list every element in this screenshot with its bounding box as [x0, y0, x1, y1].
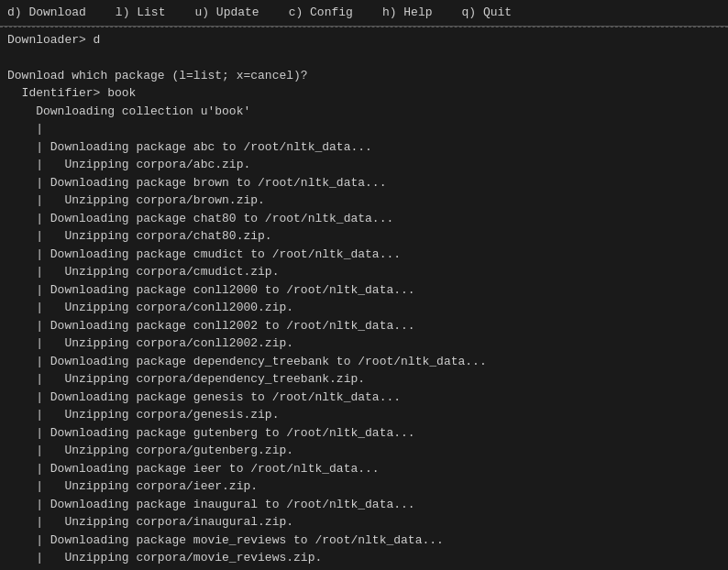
terminal-line: | Downloading package conll2002 to /root…: [7, 317, 721, 335]
terminal-line: | Unzipping corpora/movie_reviews.zip.: [7, 549, 721, 567]
menu-list[interactable]: l) List: [116, 4, 166, 22]
terminal-line: | Unzipping corpora/brown.zip.: [7, 192, 721, 210]
terminal-line: | Downloading package movie_reviews to /…: [7, 532, 721, 550]
terminal-line: | Unzipping corpora/conll2002.zip.: [7, 334, 721, 353]
terminal-line: [7, 49, 721, 67]
terminal-line: | Unzipping corpora/inaugural.zip.: [7, 513, 721, 532]
terminal-line: | Unzipping corpora/chat80.zip.: [7, 227, 721, 246]
menu-quit[interactable]: q) Quit: [461, 4, 512, 22]
menu-bar: d) Download l) List u) Update c) Config …: [0, 0, 728, 27]
terminal-line: | Unzipping corpora/cmudict.zip.: [7, 263, 721, 281]
terminal-line: |: [7, 120, 721, 138]
terminal-line: | Downloading package chat80 to /root/nl…: [7, 210, 721, 228]
terminal-line: | Downloading package conll2000 to /root…: [7, 281, 721, 300]
terminal-window: d) Download l) List u) Update c) Config …: [0, 0, 728, 570]
terminal-line: Download which package (l=list; x=cancel…: [7, 67, 721, 85]
terminal-line: | Unzipping corpora/genesis.zip.: [7, 406, 721, 424]
menu-download[interactable]: d) Download: [7, 4, 86, 22]
terminal-line: | Downloading package dependency_treeban…: [7, 353, 721, 371]
terminal-line: | Unzipping corpora/conll2000.zip.: [7, 299, 721, 317]
terminal-line: | Unzipping corpora/ieer.zip.: [7, 477, 721, 496]
menu-update[interactable]: u) Update: [194, 4, 259, 22]
terminal-line: Downloading collection u'book': [7, 103, 721, 121]
terminal-line: Identifier> book: [7, 84, 721, 103]
menu-config[interactable]: c) Config: [289, 4, 353, 22]
terminal-line: | Downloading package inaugural to /root…: [7, 496, 721, 514]
terminal-line: | Downloading package ieer to /root/nltk…: [7, 460, 721, 478]
terminal-line: | Downloading package nps_chat to /root/…: [7, 567, 721, 571]
terminal-line: | Downloading package gutenberg to /root…: [7, 424, 721, 443]
terminal-line: | Downloading package abc to /root/nltk_…: [7, 138, 721, 157]
terminal-line: | Downloading package cmudict to /root/n…: [7, 246, 721, 264]
terminal-output: Downloader> d Download which package (l=…: [0, 27, 728, 571]
terminal-line: | Unzipping corpora/gutenberg.zip.: [7, 442, 721, 460]
terminal-line: | Downloading package brown to /root/nlt…: [7, 174, 721, 192]
terminal-line: | Unzipping corpora/abc.zip.: [7, 156, 721, 174]
terminal-line: | Downloading package genesis to /root/n…: [7, 389, 721, 407]
terminal-line: | Unzipping corpora/dependency_treebank.…: [7, 370, 721, 389]
menu-help[interactable]: h) Help: [382, 4, 433, 22]
terminal-line: Downloader> d: [7, 31, 721, 49]
